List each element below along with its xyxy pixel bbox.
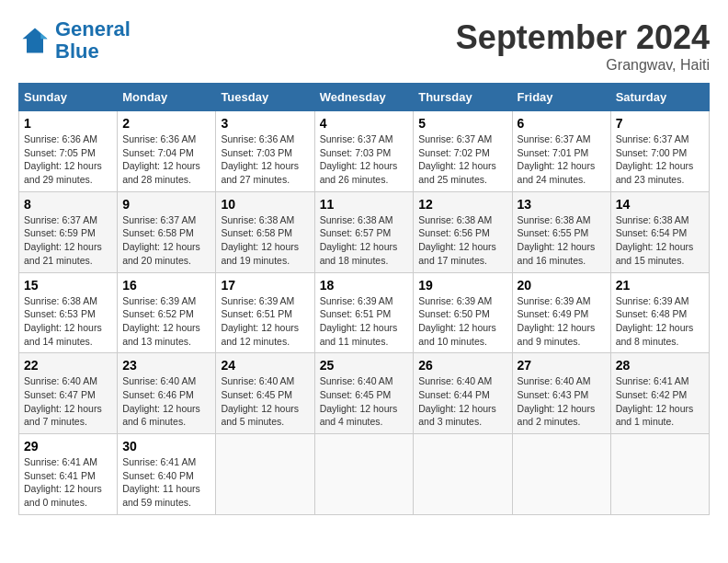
col-monday: Monday — [118, 84, 216, 111]
day-info: Sunrise: 6:39 AM Sunset: 6:48 PM Dayligh… — [616, 294, 704, 349]
calendar-week-4: 22 Sunrise: 6:40 AM Sunset: 6:47 PM Dayl… — [19, 353, 710, 434]
day-number: 28 — [616, 358, 704, 373]
calendar-cell: 9 Sunrise: 6:37 AM Sunset: 6:58 PM Dayli… — [118, 191, 216, 272]
col-tuesday: Tuesday — [216, 84, 314, 111]
logo-icon — [18, 24, 51, 57]
day-number: 30 — [122, 439, 210, 454]
col-thursday: Thursday — [414, 84, 512, 111]
calendar-cell: 27 Sunrise: 6:40 AM Sunset: 6:43 PM Dayl… — [512, 353, 610, 434]
day-number: 16 — [122, 278, 210, 293]
calendar-cell — [610, 434, 709, 515]
day-info: Sunrise: 6:39 AM Sunset: 6:49 PM Dayligh… — [518, 294, 606, 349]
day-number: 22 — [24, 358, 112, 373]
day-info: Sunrise: 6:36 AM Sunset: 7:03 PM Dayligh… — [221, 132, 309, 187]
calendar-cell: 30 Sunrise: 6:41 AM Sunset: 6:40 PM Dayl… — [118, 434, 216, 515]
day-info: Sunrise: 6:39 AM Sunset: 6:51 PM Dayligh… — [320, 294, 409, 349]
day-info: Sunrise: 6:41 AM Sunset: 6:41 PM Dayligh… — [24, 455, 112, 510]
calendar-cell: 6 Sunrise: 6:37 AM Sunset: 7:01 PM Dayli… — [512, 111, 610, 192]
calendar-cell — [314, 434, 414, 515]
day-info: Sunrise: 6:41 AM Sunset: 6:42 PM Dayligh… — [616, 374, 704, 429]
day-number: 21 — [616, 278, 704, 293]
day-info: Sunrise: 6:36 AM Sunset: 7:05 PM Dayligh… — [24, 132, 112, 187]
calendar-week-1: 1 Sunrise: 6:36 AM Sunset: 7:05 PM Dayli… — [19, 111, 710, 192]
day-info: Sunrise: 6:38 AM Sunset: 6:56 PM Dayligh… — [418, 213, 506, 268]
day-number: 20 — [518, 278, 606, 293]
calendar-cell — [512, 434, 610, 515]
logo-text: General Blue — [55, 18, 131, 63]
calendar-cell: 15 Sunrise: 6:38 AM Sunset: 6:53 PM Dayl… — [19, 272, 118, 353]
day-number: 8 — [24, 197, 112, 212]
svg-marker-0 — [23, 29, 48, 53]
day-number: 27 — [518, 358, 606, 373]
day-info: Sunrise: 6:37 AM Sunset: 7:03 PM Dayligh… — [320, 132, 409, 187]
day-info: Sunrise: 6:39 AM Sunset: 6:50 PM Dayligh… — [418, 294, 506, 349]
calendar-cell: 4 Sunrise: 6:37 AM Sunset: 7:03 PM Dayli… — [314, 111, 414, 192]
day-number: 1 — [24, 116, 112, 131]
day-number: 13 — [518, 197, 606, 212]
day-info: Sunrise: 6:41 AM Sunset: 6:40 PM Dayligh… — [122, 455, 210, 510]
day-info: Sunrise: 6:37 AM Sunset: 7:02 PM Dayligh… — [418, 132, 506, 187]
calendar-cell: 26 Sunrise: 6:40 AM Sunset: 6:44 PM Dayl… — [414, 353, 512, 434]
calendar-cell: 28 Sunrise: 6:41 AM Sunset: 6:42 PM Dayl… — [610, 353, 709, 434]
day-number: 9 — [122, 197, 210, 212]
calendar-week-3: 15 Sunrise: 6:38 AM Sunset: 6:53 PM Dayl… — [19, 272, 710, 353]
calendar-cell: 3 Sunrise: 6:36 AM Sunset: 7:03 PM Dayli… — [216, 111, 314, 192]
calendar-cell: 5 Sunrise: 6:37 AM Sunset: 7:02 PM Dayli… — [414, 111, 512, 192]
day-number: 23 — [122, 358, 210, 373]
day-info: Sunrise: 6:38 AM Sunset: 6:55 PM Dayligh… — [518, 213, 606, 268]
calendar-cell: 16 Sunrise: 6:39 AM Sunset: 6:52 PM Dayl… — [118, 272, 216, 353]
calendar-cell: 10 Sunrise: 6:38 AM Sunset: 6:58 PM Dayl… — [216, 191, 314, 272]
day-info: Sunrise: 6:38 AM Sunset: 6:53 PM Dayligh… — [24, 294, 112, 349]
day-number: 18 — [320, 278, 409, 293]
col-saturday: Saturday — [610, 84, 709, 111]
calendar-cell — [216, 434, 314, 515]
day-info: Sunrise: 6:38 AM Sunset: 6:57 PM Dayligh… — [320, 213, 409, 268]
calendar-cell: 8 Sunrise: 6:37 AM Sunset: 6:59 PM Dayli… — [19, 191, 118, 272]
calendar-cell: 24 Sunrise: 6:40 AM Sunset: 6:45 PM Dayl… — [216, 353, 314, 434]
day-info: Sunrise: 6:39 AM Sunset: 6:52 PM Dayligh… — [122, 294, 210, 349]
location-title: Grangwav, Haiti — [456, 57, 710, 74]
day-info: Sunrise: 6:37 AM Sunset: 7:00 PM Dayligh… — [616, 132, 704, 187]
calendar-cell: 12 Sunrise: 6:38 AM Sunset: 6:56 PM Dayl… — [414, 191, 512, 272]
calendar-week-2: 8 Sunrise: 6:37 AM Sunset: 6:59 PM Dayli… — [19, 191, 710, 272]
day-number: 7 — [616, 116, 704, 131]
calendar-cell: 19 Sunrise: 6:39 AM Sunset: 6:50 PM Dayl… — [414, 272, 512, 353]
calendar-header-row: Sunday Monday Tuesday Wednesday Thursday… — [19, 84, 710, 111]
month-title: September 2024 — [456, 18, 710, 57]
day-info: Sunrise: 6:37 AM Sunset: 6:58 PM Dayligh… — [122, 213, 210, 268]
day-info: Sunrise: 6:38 AM Sunset: 6:58 PM Dayligh… — [221, 213, 309, 268]
calendar-week-5: 29 Sunrise: 6:41 AM Sunset: 6:41 PM Dayl… — [19, 434, 710, 515]
day-info: Sunrise: 6:38 AM Sunset: 6:54 PM Dayligh… — [616, 213, 704, 268]
day-number: 2 — [122, 116, 210, 131]
day-number: 3 — [221, 116, 309, 131]
day-number: 26 — [418, 358, 506, 373]
calendar-cell: 14 Sunrise: 6:38 AM Sunset: 6:54 PM Dayl… — [610, 191, 709, 272]
calendar-cell: 1 Sunrise: 6:36 AM Sunset: 7:05 PM Dayli… — [19, 111, 118, 192]
day-number: 24 — [221, 358, 309, 373]
day-info: Sunrise: 6:40 AM Sunset: 6:45 PM Dayligh… — [320, 374, 409, 429]
calendar-cell: 18 Sunrise: 6:39 AM Sunset: 6:51 PM Dayl… — [314, 272, 414, 353]
calendar-cell: 21 Sunrise: 6:39 AM Sunset: 6:48 PM Dayl… — [610, 272, 709, 353]
calendar-cell: 17 Sunrise: 6:39 AM Sunset: 6:51 PM Dayl… — [216, 272, 314, 353]
col-wednesday: Wednesday — [314, 84, 414, 111]
day-info: Sunrise: 6:40 AM Sunset: 6:47 PM Dayligh… — [24, 374, 112, 429]
day-number: 10 — [221, 197, 309, 212]
calendar-cell — [414, 434, 512, 515]
title-block: September 2024 Grangwav, Haiti — [456, 18, 710, 74]
logo: General Blue — [18, 18, 131, 63]
day-number: 14 — [616, 197, 704, 212]
day-info: Sunrise: 6:37 AM Sunset: 7:01 PM Dayligh… — [518, 132, 606, 187]
day-number: 4 — [320, 116, 409, 131]
col-friday: Friday — [512, 84, 610, 111]
day-number: 17 — [221, 278, 309, 293]
day-info: Sunrise: 6:40 AM Sunset: 6:45 PM Dayligh… — [221, 374, 309, 429]
day-info: Sunrise: 6:40 AM Sunset: 6:46 PM Dayligh… — [122, 374, 210, 429]
day-number: 6 — [518, 116, 606, 131]
calendar-table: Sunday Monday Tuesday Wednesday Thursday… — [18, 83, 710, 515]
day-info: Sunrise: 6:39 AM Sunset: 6:51 PM Dayligh… — [221, 294, 309, 349]
calendar-cell: 25 Sunrise: 6:40 AM Sunset: 6:45 PM Dayl… — [314, 353, 414, 434]
day-number: 12 — [418, 197, 506, 212]
calendar-cell: 20 Sunrise: 6:39 AM Sunset: 6:49 PM Dayl… — [512, 272, 610, 353]
calendar-cell: 29 Sunrise: 6:41 AM Sunset: 6:41 PM Dayl… — [19, 434, 118, 515]
day-info: Sunrise: 6:36 AM Sunset: 7:04 PM Dayligh… — [122, 132, 210, 187]
